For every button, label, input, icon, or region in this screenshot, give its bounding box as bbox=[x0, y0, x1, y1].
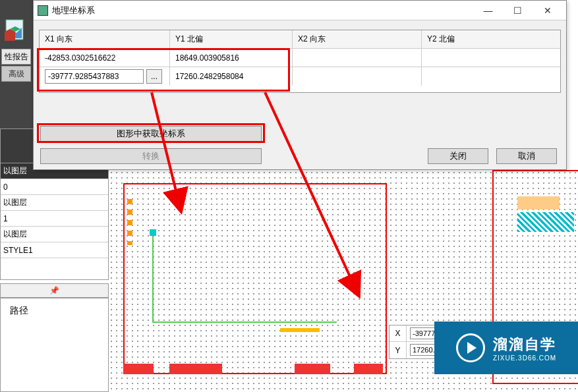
minimize-button[interactable]: — bbox=[473, 1, 503, 20]
brand-name: 溜溜自学 bbox=[493, 335, 556, 354]
tab-advanced[interactable]: 高级 bbox=[1, 66, 31, 82]
path-panel: 路径 bbox=[0, 298, 109, 392]
sketch-hatch bbox=[517, 212, 574, 232]
title-block bbox=[123, 364, 387, 377]
brand-url: ZIXUE.3D66.COM bbox=[493, 354, 556, 362]
ellipsis-button[interactable]: ... bbox=[146, 69, 162, 84]
close-window-button[interactable]: ✕ bbox=[533, 1, 562, 20]
sketch-line bbox=[152, 322, 337, 323]
cell-x2[interactable] bbox=[293, 49, 422, 67]
x1-input[interactable] bbox=[45, 69, 144, 84]
sketch-mark bbox=[517, 196, 560, 210]
grid-data-row[interactable]: ... 17260.2482958084 bbox=[40, 67, 560, 86]
prop-row[interactable]: 以图层 bbox=[1, 195, 108, 211]
dialog-icon bbox=[38, 5, 48, 16]
geo-coordinate-dialog: 地理坐标系 — ☐ ✕ X1 向东 Y1 北偏 X2 向东 Y2 北偏 -428… bbox=[33, 0, 567, 170]
close-button[interactable]: 关闭 bbox=[428, 148, 488, 164]
convert-button[interactable]: 转换 bbox=[40, 148, 262, 164]
cell-x1-edit[interactable]: ... bbox=[40, 67, 170, 86]
prop-row[interactable]: STYLE1 bbox=[1, 242, 108, 258]
coord-x-label: X bbox=[390, 325, 407, 341]
cancel-button[interactable]: 取消 bbox=[496, 148, 557, 164]
col-x1[interactable]: X1 向东 bbox=[40, 30, 170, 48]
grid-data-row[interactable]: -42853.0302516622 18649.003905816 bbox=[40, 49, 560, 67]
sketch-mark bbox=[127, 199, 132, 245]
col-y2[interactable]: Y2 北偏 bbox=[422, 30, 560, 48]
report-icon bbox=[3, 18, 26, 41]
col-x2[interactable]: X2 向东 bbox=[293, 30, 422, 48]
get-coords-from-drawing-button[interactable]: 图形中获取坐标系 bbox=[40, 126, 262, 142]
coordinate-grid: X1 向东 Y1 北偏 X2 向东 Y2 北偏 -42853.030251662… bbox=[39, 30, 561, 93]
sketch-mark bbox=[150, 229, 156, 236]
panel-pin-bar[interactable]: 📌 bbox=[0, 283, 109, 298]
sketch-mark bbox=[280, 328, 320, 332]
play-icon bbox=[456, 333, 485, 362]
cell-x2[interactable] bbox=[293, 67, 422, 86]
drawing-frame-1 bbox=[123, 183, 387, 374]
tab-property-report[interactable]: 性报告 bbox=[1, 49, 31, 65]
cell-y2[interactable] bbox=[422, 67, 560, 86]
prop-row[interactable]: 以图层 bbox=[1, 227, 108, 242]
cell-y1[interactable]: 18649.003905816 bbox=[170, 49, 293, 67]
cell-y2[interactable] bbox=[422, 49, 560, 67]
pin-icon: 📌 bbox=[49, 286, 59, 295]
prop-row[interactable]: 0 bbox=[1, 179, 108, 195]
cell-x1[interactable]: -42853.0302516622 bbox=[40, 49, 170, 67]
dialog-titlebar[interactable]: 地理坐标系 — ☐ ✕ bbox=[34, 1, 566, 20]
sketch-line bbox=[152, 236, 154, 322]
coord-y-label: Y bbox=[390, 342, 407, 358]
dialog-title: 地理坐标系 bbox=[52, 5, 473, 16]
prop-row[interactable]: 1 bbox=[1, 211, 108, 227]
grid-header-row: X1 向东 Y1 北偏 X2 向东 Y2 北偏 bbox=[40, 30, 560, 49]
maximize-button[interactable]: ☐ bbox=[503, 1, 533, 20]
brand-watermark: 溜溜自学 ZIXUE.3D66.COM bbox=[434, 322, 578, 374]
cell-y1[interactable]: 17260.2482958084 bbox=[170, 67, 293, 86]
path-label: 路径 bbox=[1, 298, 108, 323]
col-y1[interactable]: Y1 北偏 bbox=[170, 30, 293, 48]
